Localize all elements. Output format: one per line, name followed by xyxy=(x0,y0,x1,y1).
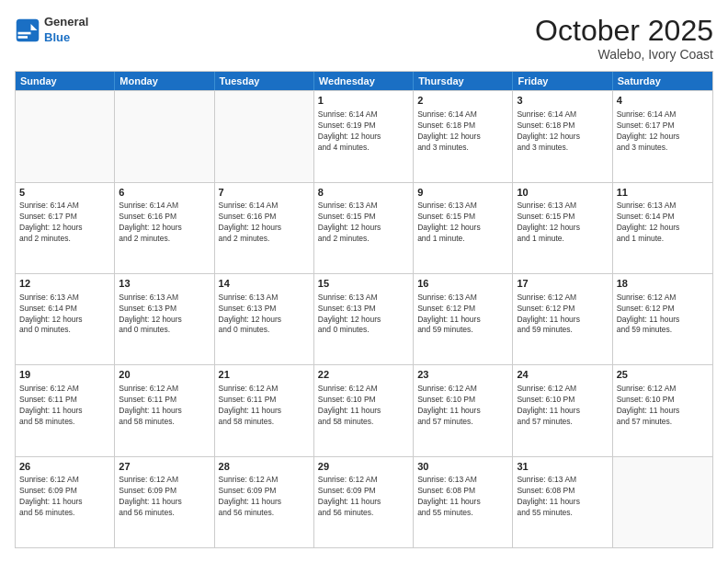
cal-cell: 21Sunrise: 6:12 AM Sunset: 6:11 PM Dayli… xyxy=(215,365,314,455)
cell-info: Sunrise: 6:13 AM Sunset: 6:12 PM Dayligh… xyxy=(417,293,508,337)
cell-day-number: 6 xyxy=(119,186,210,200)
cell-info: Sunrise: 6:14 AM Sunset: 6:17 PM Dayligh… xyxy=(617,109,709,154)
cal-cell: 16Sunrise: 6:13 AM Sunset: 6:12 PM Dayli… xyxy=(414,274,513,364)
cal-cell xyxy=(613,457,712,547)
cell-info: Sunrise: 6:13 AM Sunset: 6:14 PM Dayligh… xyxy=(617,201,709,245)
cal-cell: 22Sunrise: 6:12 AM Sunset: 6:10 PM Dayli… xyxy=(314,365,414,455)
cell-day-number: 29 xyxy=(318,460,409,474)
cell-day-number: 20 xyxy=(119,368,210,382)
cal-cell: 29Sunrise: 6:12 AM Sunset: 6:09 PM Dayli… xyxy=(314,457,414,547)
cal-cell: 8Sunrise: 6:13 AM Sunset: 6:15 PM Daylig… xyxy=(314,183,414,273)
cal-cell: 3Sunrise: 6:14 AM Sunset: 6:18 PM Daylig… xyxy=(513,91,612,181)
cal-cell: 13Sunrise: 6:13 AM Sunset: 6:13 PM Dayli… xyxy=(115,274,214,364)
cal-cell: 5Sunrise: 6:14 AM Sunset: 6:17 PM Daylig… xyxy=(16,183,115,273)
cell-info: Sunrise: 6:12 AM Sunset: 6:12 PM Dayligh… xyxy=(617,293,709,337)
cell-day-number: 4 xyxy=(617,94,709,108)
cell-info: Sunrise: 6:13 AM Sunset: 6:14 PM Dayligh… xyxy=(19,293,110,337)
cal-cell: 19Sunrise: 6:12 AM Sunset: 6:11 PM Dayli… xyxy=(16,365,115,455)
cal-cell: 20Sunrise: 6:12 AM Sunset: 6:11 PM Dayli… xyxy=(115,365,214,455)
cell-info: Sunrise: 6:12 AM Sunset: 6:09 PM Dayligh… xyxy=(318,475,409,519)
cell-day-number: 23 xyxy=(417,368,508,382)
cal-row-5: 26Sunrise: 6:12 AM Sunset: 6:09 PM Dayli… xyxy=(16,456,712,547)
cal-cell: 1Sunrise: 6:14 AM Sunset: 6:19 PM Daylig… xyxy=(314,91,414,181)
cal-cell: 26Sunrise: 6:12 AM Sunset: 6:09 PM Dayli… xyxy=(16,457,115,547)
cal-cell: 15Sunrise: 6:13 AM Sunset: 6:13 PM Dayli… xyxy=(314,274,414,364)
cell-day-number: 11 xyxy=(617,186,709,200)
cell-day-number: 7 xyxy=(219,186,310,200)
cal-row-1: 1Sunrise: 6:14 AM Sunset: 6:19 PM Daylig… xyxy=(16,90,712,181)
cell-day-number: 19 xyxy=(19,368,110,382)
cell-day-number: 30 xyxy=(417,460,508,474)
cell-day-number: 25 xyxy=(617,368,709,382)
cell-day-number: 5 xyxy=(19,186,110,200)
cal-cell: 18Sunrise: 6:12 AM Sunset: 6:12 PM Dayli… xyxy=(613,274,712,364)
cal-cell: 10Sunrise: 6:13 AM Sunset: 6:15 PM Dayli… xyxy=(513,183,612,273)
cell-info: Sunrise: 6:12 AM Sunset: 6:09 PM Dayligh… xyxy=(219,475,310,519)
cell-info: Sunrise: 6:13 AM Sunset: 6:15 PM Dayligh… xyxy=(318,201,409,245)
cell-day-number: 2 xyxy=(417,94,508,108)
cell-info: Sunrise: 6:14 AM Sunset: 6:19 PM Dayligh… xyxy=(318,109,409,154)
cal-cell: 11Sunrise: 6:13 AM Sunset: 6:14 PM Dayli… xyxy=(613,183,712,273)
page: General Blue October 2025 Walebo, Ivory … xyxy=(0,0,728,563)
cell-info: Sunrise: 6:12 AM Sunset: 6:11 PM Dayligh… xyxy=(119,384,210,428)
cal-row-3: 12Sunrise: 6:13 AM Sunset: 6:14 PM Dayli… xyxy=(16,273,712,364)
cell-day-number: 21 xyxy=(219,368,310,382)
cell-day-number: 1 xyxy=(318,94,409,108)
cell-info: Sunrise: 6:12 AM Sunset: 6:10 PM Dayligh… xyxy=(318,384,409,428)
cell-day-number: 14 xyxy=(219,277,310,291)
cal-cell: 30Sunrise: 6:13 AM Sunset: 6:08 PM Dayli… xyxy=(414,457,513,547)
header-saturday: Saturday xyxy=(613,72,712,90)
cell-info: Sunrise: 6:13 AM Sunset: 6:13 PM Dayligh… xyxy=(219,293,310,337)
cell-info: Sunrise: 6:14 AM Sunset: 6:16 PM Dayligh… xyxy=(119,201,210,245)
cal-cell: 4Sunrise: 6:14 AM Sunset: 6:17 PM Daylig… xyxy=(613,91,712,181)
cell-day-number: 15 xyxy=(318,277,409,291)
header-monday: Monday xyxy=(115,72,214,90)
cal-cell: 2Sunrise: 6:14 AM Sunset: 6:18 PM Daylig… xyxy=(414,91,513,181)
logo-icon xyxy=(15,17,40,43)
location: Walebo, Ivory Coast xyxy=(535,47,713,62)
cell-info: Sunrise: 6:13 AM Sunset: 6:08 PM Dayligh… xyxy=(417,475,508,519)
header-friday: Friday xyxy=(513,72,612,90)
cal-cell: 7Sunrise: 6:14 AM Sunset: 6:16 PM Daylig… xyxy=(215,183,314,273)
cell-day-number: 26 xyxy=(19,460,110,474)
header-sunday: Sunday xyxy=(16,72,115,90)
cell-day-number: 12 xyxy=(19,277,110,291)
header: General Blue October 2025 Walebo, Ivory … xyxy=(15,15,713,62)
cal-cell xyxy=(215,91,314,181)
cell-day-number: 16 xyxy=(417,277,508,291)
cal-cell xyxy=(16,91,115,181)
cell-day-number: 17 xyxy=(517,277,608,291)
cell-info: Sunrise: 6:12 AM Sunset: 6:10 PM Dayligh… xyxy=(517,384,608,428)
svg-rect-3 xyxy=(18,36,28,39)
cell-info: Sunrise: 6:13 AM Sunset: 6:13 PM Dayligh… xyxy=(119,293,210,337)
logo-text: General Blue xyxy=(44,15,88,46)
cal-row-4: 19Sunrise: 6:12 AM Sunset: 6:11 PM Dayli… xyxy=(16,364,712,455)
cal-cell: 12Sunrise: 6:13 AM Sunset: 6:14 PM Dayli… xyxy=(16,274,115,364)
cell-day-number: 28 xyxy=(219,460,310,474)
cell-info: Sunrise: 6:12 AM Sunset: 6:12 PM Dayligh… xyxy=(517,293,608,337)
cal-cell xyxy=(115,91,214,181)
cell-info: Sunrise: 6:13 AM Sunset: 6:15 PM Dayligh… xyxy=(517,201,608,245)
logo: General Blue xyxy=(15,15,88,46)
cell-info: Sunrise: 6:12 AM Sunset: 6:09 PM Dayligh… xyxy=(19,475,110,519)
cal-cell: 27Sunrise: 6:12 AM Sunset: 6:09 PM Dayli… xyxy=(115,457,214,547)
cal-cell: 28Sunrise: 6:12 AM Sunset: 6:09 PM Dayli… xyxy=(215,457,314,547)
cal-cell: 24Sunrise: 6:12 AM Sunset: 6:10 PM Dayli… xyxy=(513,365,612,455)
cal-cell: 14Sunrise: 6:13 AM Sunset: 6:13 PM Dayli… xyxy=(215,274,314,364)
cal-row-2: 5Sunrise: 6:14 AM Sunset: 6:17 PM Daylig… xyxy=(16,182,712,273)
cell-info: Sunrise: 6:14 AM Sunset: 6:18 PM Dayligh… xyxy=(417,109,508,154)
cal-cell: 23Sunrise: 6:12 AM Sunset: 6:10 PM Dayli… xyxy=(414,365,513,455)
cell-info: Sunrise: 6:14 AM Sunset: 6:16 PM Dayligh… xyxy=(219,201,310,245)
cell-info: Sunrise: 6:12 AM Sunset: 6:11 PM Dayligh… xyxy=(19,384,110,428)
calendar: Sunday Monday Tuesday Wednesday Thursday… xyxy=(15,71,713,548)
cal-cell: 31Sunrise: 6:13 AM Sunset: 6:08 PM Dayli… xyxy=(513,457,612,547)
cell-day-number: 27 xyxy=(119,460,210,474)
logo-general: General xyxy=(44,15,88,30)
cell-day-number: 13 xyxy=(119,277,210,291)
cell-day-number: 9 xyxy=(417,186,508,200)
cell-day-number: 10 xyxy=(517,186,608,200)
cell-info: Sunrise: 6:14 AM Sunset: 6:18 PM Dayligh… xyxy=(517,109,608,154)
cell-info: Sunrise: 6:13 AM Sunset: 6:08 PM Dayligh… xyxy=(517,475,608,519)
calendar-body: 1Sunrise: 6:14 AM Sunset: 6:19 PM Daylig… xyxy=(16,90,712,547)
header-tuesday: Tuesday xyxy=(215,72,314,90)
